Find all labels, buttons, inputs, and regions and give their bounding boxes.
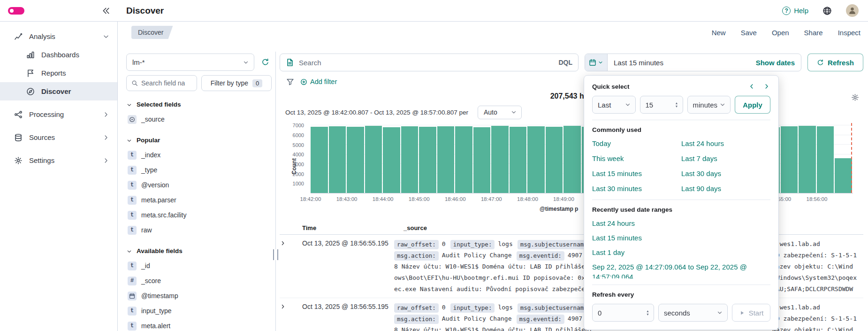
refresh-interval-input[interactable]: 0 ▲▼ (592, 304, 654, 322)
field-section-selected-fields[interactable]: Selected fields (126, 97, 272, 112)
field-key-badge[interactable]: raw_offset: (394, 240, 439, 249)
field-key-badge[interactable]: msg.action: (394, 251, 439, 261)
sidebar-item-dashboards[interactable]: Dashboards (0, 46, 117, 64)
sidebar-item-discover[interactable]: Discover (0, 82, 117, 100)
add-filter-button[interactable]: Add filter (300, 78, 337, 85)
query-language-button[interactable]: DQL (558, 59, 572, 66)
field-key-badge[interactable]: msg.subjectusername: (518, 303, 594, 313)
help-link[interactable]: ? Help (782, 7, 808, 15)
field-item-input_type[interactable]: tinput_type (126, 303, 272, 318)
number-stepper[interactable]: ▲▼ (675, 101, 678, 108)
show-dates-button[interactable]: Show dates (756, 59, 801, 67)
expand-row-icon[interactable] (280, 302, 293, 331)
field-key-badge[interactable]: msg.eventid: (517, 315, 564, 324)
refresh-unit-select[interactable]: seconds (658, 304, 728, 322)
sidebar-item-analysis[interactable]: Analysis (0, 27, 117, 46)
quick-select-toggle[interactable] (585, 54, 608, 71)
histogram-bar (419, 127, 436, 193)
resizer-grip[interactable] (273, 249, 278, 260)
amount-input[interactable]: 15 ▲▼ (640, 96, 683, 114)
quick-range-today[interactable]: Today (592, 139, 681, 148)
field-key-badge[interactable]: msg.subjectusername: (518, 240, 594, 249)
quick-range-last-30-minutes[interactable]: Last 30 minutes (592, 184, 681, 193)
field-item-raw[interactable]: traw (126, 223, 272, 238)
recent-range-last-1-day[interactable]: Last 1 day (592, 247, 770, 257)
y-axis-tick: 5000 (293, 142, 304, 148)
saved-query-icon[interactable] (286, 58, 294, 67)
expand-row-icon[interactable] (280, 239, 293, 295)
refresh-index-button[interactable] (259, 54, 272, 71)
recent-range-last-15-minutes[interactable]: Last 15 minutes (592, 233, 770, 243)
search-input[interactable]: Search DQL (280, 54, 579, 71)
action-save[interactable]: Save (741, 29, 757, 37)
apply-button[interactable]: Apply (735, 96, 770, 114)
field-item-meta.src.facility[interactable]: tmeta.src.facility (126, 208, 272, 223)
field-key-badge[interactable]: msg.action: (394, 315, 439, 324)
refresh-button[interactable]: Refresh (807, 54, 863, 71)
chevron-down-icon (126, 137, 132, 143)
next-time-window-icon[interactable] (763, 83, 770, 90)
string-field-icon: t (128, 211, 137, 220)
calendar-icon (589, 59, 596, 66)
action-open[interactable]: Open (772, 29, 789, 37)
recent-range-sep-22-2025-14-27-09-064-to-sep-22-2025-[interactable]: Sep 22, 2025 @ 14:27:09.064 to Sep 22, 2… (592, 262, 770, 278)
quick-range-last-7-days[interactable]: Last 7 days (681, 154, 770, 163)
x-axis-tick: 18:47:00 (481, 196, 502, 202)
chart-options-icon[interactable] (851, 93, 859, 101)
unit-select[interactable]: minutes (687, 96, 731, 114)
x-axis-tick: 18:42:00 (300, 196, 321, 202)
field-item-@version[interactable]: t@version (126, 177, 272, 192)
quick-range-this-week[interactable]: This week (592, 154, 681, 163)
quick-range-last-30-days[interactable]: Last 30 days (681, 169, 770, 178)
action-share[interactable]: Share (804, 29, 823, 37)
field-key-badge[interactable]: input_type: (450, 303, 495, 313)
user-avatar[interactable] (846, 4, 859, 17)
field-key-badge[interactable]: input_type: (450, 240, 495, 249)
quick-range-last-15-minutes[interactable]: Last 15 minutes (592, 169, 681, 178)
field-item-_id[interactable]: t_id (126, 258, 272, 273)
collapse-nav-button[interactable] (101, 6, 111, 15)
quick-range-last-90-days[interactable]: Last 90 days (681, 184, 770, 193)
column-header-source[interactable]: _source (404, 224, 427, 231)
action-inspect[interactable]: Inspect (838, 29, 860, 37)
quick-select-title: Quick select (592, 83, 630, 90)
globe-icon[interactable] (822, 6, 832, 15)
field-item-meta.parser[interactable]: tmeta.parser (126, 192, 272, 208)
field-item-_source[interactable]: _source (126, 112, 272, 127)
breadcrumb[interactable]: Discover (131, 26, 173, 39)
quick-range-last-24-hours[interactable]: Last 24 hours (681, 139, 770, 148)
field-item-_score[interactable]: #_score (126, 273, 272, 288)
tense-select[interactable]: Last (592, 96, 636, 114)
string-field-icon: t (128, 262, 137, 270)
field-item-_type[interactable]: t_type (126, 162, 272, 177)
action-new[interactable]: New (712, 29, 726, 37)
filter-icon[interactable] (286, 78, 294, 86)
index-pattern-select[interactable]: lm-* (126, 54, 254, 71)
app-logo[interactable] (8, 7, 24, 15)
field-item-meta.alert[interactable]: tmeta.alert (126, 318, 272, 331)
logo-dot (10, 9, 14, 13)
field-key-badge[interactable]: msg.eventid: (517, 251, 564, 261)
recent-range-last-24-hours[interactable]: Last 24 hours (592, 218, 770, 228)
column-header-time[interactable]: Time (302, 224, 404, 231)
field-section-popular[interactable]: Popular (126, 132, 272, 147)
toolbar-actions: NewSaveOpenShareInspect (712, 29, 860, 37)
sidebar-item-processing[interactable]: Processing (0, 105, 117, 123)
field-key-badge[interactable]: raw_offset: (394, 303, 439, 313)
interval-select[interactable]: Auto (478, 106, 522, 119)
sidebar-item-reports[interactable]: Reports (0, 64, 117, 82)
sidebar-item-settings[interactable]: Settings (0, 151, 117, 169)
panel-resizer[interactable] (272, 54, 280, 331)
field-search-input[interactable]: Search field na (126, 75, 197, 91)
start-refresh-button[interactable]: Start (732, 304, 770, 322)
previous-time-window-icon[interactable] (748, 83, 755, 90)
filter-by-type-button[interactable]: Filter by type 0 (201, 75, 272, 91)
field-item-_index[interactable]: t_index (126, 147, 272, 162)
sidebar-item-sources[interactable]: Sources (0, 128, 117, 146)
field-item-@timestamp[interactable]: @timestamp (126, 288, 272, 303)
field-section-available-fields[interactable]: Available fields (126, 243, 272, 258)
string-field-icon: t (128, 196, 137, 205)
number-stepper[interactable]: ▲▼ (646, 309, 649, 316)
analytics-icon (14, 32, 23, 41)
time-range-display[interactable]: Last 15 minutes (608, 59, 663, 67)
